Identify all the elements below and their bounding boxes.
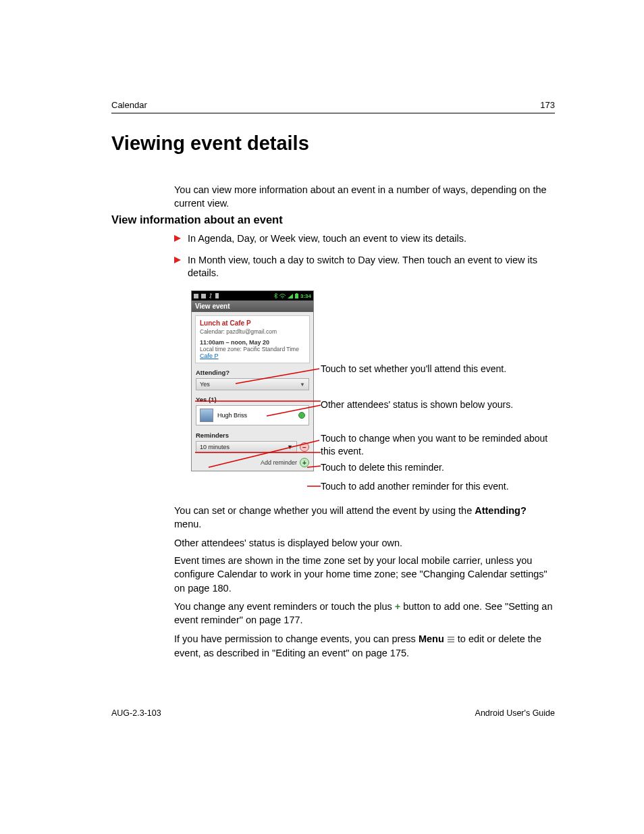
list-item: In Agenda, Day, or Week view, touch an e… bbox=[174, 232, 555, 246]
statusbar-time: 3:34 bbox=[300, 293, 311, 299]
attending-label: Attending? bbox=[192, 367, 313, 378]
chevron-down-icon: ▼ bbox=[300, 382, 305, 388]
yes-count-label: Yes (1) bbox=[192, 394, 313, 405]
svg-marker-1 bbox=[174, 257, 181, 263]
bullet-text: In Month view, touch a day to switch to … bbox=[188, 255, 537, 279]
status-icon bbox=[194, 294, 198, 298]
status-icon bbox=[215, 293, 219, 298]
page-title: Viewing event details bbox=[111, 132, 309, 155]
menu-bold: Menu bbox=[419, 633, 444, 644]
battery-icon bbox=[295, 293, 298, 298]
subheading: View information about an event bbox=[111, 213, 283, 226]
delete-reminder-button[interactable]: − bbox=[300, 442, 309, 452]
attending-menu-bold: Attending? bbox=[475, 505, 527, 516]
svg-rect-3 bbox=[201, 294, 206, 298]
body-paragraph: You can set or change whether you will a… bbox=[174, 504, 555, 531]
callout-text: Touch to delete this reminder. bbox=[321, 461, 555, 474]
svg-marker-6 bbox=[288, 294, 293, 298]
bullet-text: In Agenda, Day, or Week view, touch an e… bbox=[188, 233, 466, 244]
footer-right: Android User's Guide bbox=[475, 708, 555, 718]
callout-text: Touch to change when you want to be remi… bbox=[321, 432, 555, 458]
page-number: 173 bbox=[540, 100, 555, 110]
running-head: Calendar 173 bbox=[111, 100, 555, 113]
wifi-icon bbox=[279, 294, 286, 298]
event-time: 11:00am – noon, May 20 bbox=[200, 339, 305, 346]
reminders-label: Reminders bbox=[192, 429, 313, 441]
body-paragraph: If you have permission to change events,… bbox=[174, 632, 555, 660]
triangle-bullet-icon bbox=[174, 235, 181, 242]
attending-dropdown[interactable]: Yes ▼ bbox=[196, 378, 309, 390]
presence-dot-icon bbox=[298, 412, 305, 419]
screenshot-figure: 3:34 View event Lunch at Cafe P Calendar… bbox=[191, 290, 313, 471]
add-reminder-label: Add reminder bbox=[261, 459, 297, 466]
chevron-down-icon: ▼ bbox=[287, 444, 293, 450]
reminder-dropdown[interactable]: 10 minutes ▼ bbox=[196, 441, 297, 453]
menu-icon bbox=[447, 633, 455, 646]
svg-rect-2 bbox=[194, 294, 198, 298]
body-paragraph: You change any event reminders or touch … bbox=[174, 600, 555, 627]
reminder-row: 10 minutes ▼ − bbox=[192, 441, 313, 457]
svg-rect-8 bbox=[296, 293, 297, 294]
attending-value: Yes bbox=[200, 381, 210, 388]
bullet-list: In Agenda, Day, or Week view, touch an e… bbox=[174, 232, 555, 288]
plus-icon: + bbox=[395, 601, 400, 612]
window-title: View event bbox=[192, 301, 313, 312]
reminder-value: 10 minutes bbox=[200, 444, 230, 450]
signal-icon bbox=[288, 294, 293, 298]
callout-text: Touch to add another reminder for this e… bbox=[321, 480, 555, 493]
triangle-bullet-icon bbox=[174, 257, 181, 263]
avatar bbox=[200, 409, 213, 422]
bluetooth-icon bbox=[274, 293, 277, 298]
svg-point-5 bbox=[282, 297, 284, 298]
event-location-link[interactable]: Cafe P bbox=[200, 353, 219, 359]
intro-paragraph: You can view more information about an e… bbox=[174, 183, 555, 211]
callout-text: Touch to set whether you'll attend this … bbox=[321, 363, 555, 375]
event-timezone: Local time zone: Pacific Standard Time bbox=[200, 346, 305, 353]
page-footer: AUG-2.3-103 Android User's Guide bbox=[111, 708, 555, 718]
attendee-name: Hugh Briss bbox=[217, 412, 247, 419]
svg-rect-4 bbox=[215, 293, 219, 298]
list-item: In Month view, touch a day to switch to … bbox=[174, 254, 555, 280]
body-paragraph: Other attendees' status is displayed bel… bbox=[174, 536, 555, 550]
callout-text: Other attendees' status is shown below y… bbox=[321, 398, 555, 411]
svg-rect-7 bbox=[295, 294, 298, 298]
statusbar: 3:34 bbox=[192, 291, 313, 301]
event-title: Lunch at Cafe P bbox=[200, 319, 305, 327]
add-reminder-button[interactable]: + bbox=[300, 458, 309, 467]
add-reminder-row[interactable]: Add reminder + bbox=[192, 457, 313, 471]
usb-icon bbox=[209, 293, 213, 298]
status-icon bbox=[201, 294, 206, 298]
event-card: Lunch at Cafe P Calendar: pazdltu@gmail.… bbox=[195, 315, 310, 363]
event-calendar: Calendar: pazdltu@gmail.com bbox=[200, 328, 305, 335]
attendee-row[interactable]: Hugh Briss bbox=[196, 405, 309, 425]
phone-screenshot: 3:34 View event Lunch at Cafe P Calendar… bbox=[191, 290, 314, 471]
body-paragraph: Event times are shown in the time zone s… bbox=[174, 554, 555, 595]
section-name: Calendar bbox=[111, 100, 147, 110]
footer-left: AUG-2.3-103 bbox=[111, 708, 161, 718]
svg-marker-0 bbox=[174, 235, 181, 242]
